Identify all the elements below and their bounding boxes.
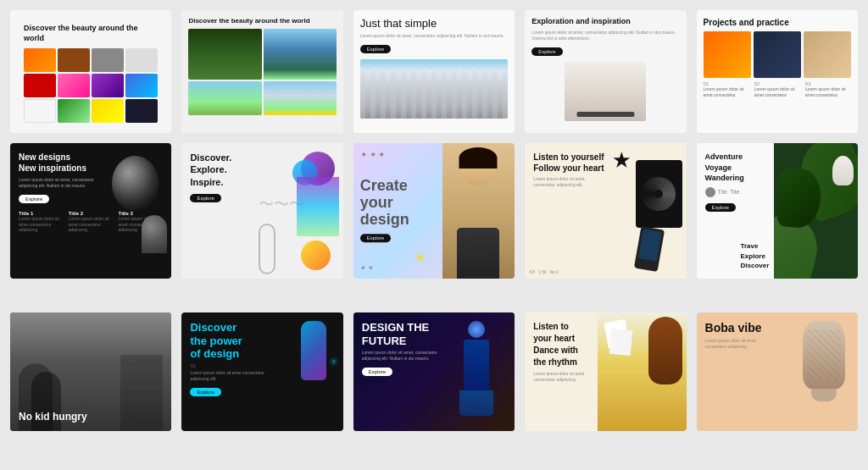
project-col-3: 03 Lorem ipsum dolor sit amet consectetu…	[805, 81, 851, 97]
card-r3c4-sub: Lorem ipsum dolor sit amet consectetur a…	[533, 371, 605, 383]
col-1: Title 1 Lorem ipsum dolor sit amet conse…	[19, 211, 64, 233]
project-img-3	[804, 31, 851, 78]
card-r2c5-btn[interactable]: Explore	[705, 203, 736, 212]
card-r1c1-title: Discover the beauty around the world	[24, 24, 158, 43]
project-img-1	[704, 31, 751, 78]
card-new-designs[interactable]: New designs New inspirations Lorem ipsum…	[10, 143, 171, 279]
swatch-red	[24, 74, 56, 97]
card-boba-vibe[interactable]: Boba vibe Lorem ipsum dolor sit amet con…	[697, 312, 858, 431]
photo-field	[188, 81, 261, 115]
card-listen-yourself[interactable]: Listen to yourself Follow your heart Lor…	[525, 143, 686, 279]
swatch-purple	[92, 74, 124, 97]
stats-row: 4.8 1.5k No.1	[529, 269, 559, 274]
white-vase	[832, 156, 854, 185]
card-r2c1-sub: Lorem ipsum dolor sit amet, consectetur …	[19, 177, 98, 189]
no-kid-hungry-text: No kid hungry	[19, 411, 87, 423]
swatch-grid	[24, 48, 158, 123]
card-discover-beauty-nature[interactable]: Discover the beauty around the world	[181, 10, 342, 133]
boba-vase	[798, 321, 849, 414]
swatch-grey	[92, 48, 124, 72]
card-r2c2-explore-btn[interactable]: Explore	[190, 194, 220, 202]
card-r2c4-sub: Lorem ipsum dolor sit amet, consectetur …	[533, 176, 605, 188]
card-r3c5-sub: Lorem ipsum dolor sit amet consectetur a…	[705, 338, 777, 350]
swatch-brown	[58, 48, 90, 72]
swatch-blue	[125, 74, 158, 97]
card-projects-practice[interactable]: Projects and practice 01 Lorem ipsum dol…	[697, 10, 858, 133]
projects-image-row	[704, 31, 851, 78]
star-icon: ★	[613, 150, 630, 172]
abstract-art: 〜〜〜	[254, 143, 343, 279]
card-r3c2-btn[interactable]: Explore	[190, 388, 220, 396]
photo-forest	[188, 29, 261, 80]
travel-text: Trave Explore Discover	[740, 241, 769, 270]
nature-photo-grid	[188, 29, 336, 115]
card-design-future[interactable]: DESIGN THE FUTURE Lorem ipsum dolor sit …	[353, 312, 515, 431]
arch-photo	[360, 59, 508, 119]
card-discover-beauty-swatches[interactable]: Discover the beauty around the world	[10, 10, 171, 133]
card-adventure[interactable]: Adventure Voyage Wandering Tite Tite Exp…	[697, 143, 858, 279]
swatch-yellow	[92, 99, 124, 123]
swatch-orange	[24, 48, 56, 72]
icon-circle-1	[705, 187, 715, 197]
card-r2c3-btn[interactable]: Explore	[360, 235, 391, 243]
col-2: Title 2 Lorem ipsum dolor sit amet conse…	[69, 211, 114, 233]
swatch-dark	[125, 99, 158, 123]
swatch-pink	[58, 74, 90, 97]
card-r3c3-btn[interactable]: Explore	[362, 368, 392, 376]
card-discover-explore[interactable]: Discover. Explore. Inspire. Explore 〜〜〜	[181, 143, 342, 279]
abstract-3d: ✳	[288, 321, 339, 414]
card-listen-heart[interactable]: Listen to your heart Dance with the rhyt…	[525, 312, 686, 431]
guitar-area	[598, 312, 687, 431]
card-no-kid-hungry[interactable]: No kid hungry	[10, 312, 171, 431]
card-exploration[interactable]: Exploration and inspiration Lorem ipsum …	[525, 10, 686, 133]
photo-lake	[264, 29, 337, 80]
card-r2c1-explore-btn[interactable]: Explore	[19, 195, 49, 203]
card-r1c5-title: Projects and practice	[704, 17, 851, 28]
card-power-design[interactable]: Discover the power of design 01 Lorem ip…	[181, 312, 342, 431]
swatch-white	[24, 99, 56, 123]
arch-decoration	[142, 215, 167, 253]
card-r1c4-btn[interactable]: Explore	[531, 47, 562, 56]
photo-mountain	[264, 81, 337, 115]
phone-decoration	[633, 226, 664, 272]
row-gap	[10, 289, 858, 302]
product-photo	[565, 62, 646, 121]
card-create-design[interactable]: ✦ ✦ ✦ ✦ ✦ Create your design Explore ✳	[353, 143, 515, 279]
sun-decoration: ✳	[415, 250, 426, 266]
projects-cols: 01 Lorem ipsum dolor sit amet consectetu…	[704, 81, 851, 97]
sphere-decoration	[112, 156, 159, 211]
card-r1c4-sub: Lorem ipsum dolor sit amet, consectetur …	[531, 30, 679, 41]
swatch-green	[58, 99, 90, 123]
music-card	[636, 160, 682, 228]
card-r3c2-sub: Lorem ipsum dolor sit amet consectetur a…	[190, 370, 270, 382]
portrait-photo	[442, 143, 515, 279]
project-col-1: 01 Lorem ipsum dolor sit amet consectetu…	[704, 81, 749, 97]
card-just-simple[interactable]: Just that simple Lorem ipsum dolor sit a…	[353, 10, 515, 133]
card-r3c3-content: DESIGN THE FUTURE Lorem ipsum dolor sit …	[362, 321, 506, 377]
card-r1c3-title: Just that simple	[360, 17, 508, 30]
card-r1c3-btn[interactable]: Explore	[360, 45, 391, 53]
card-r1c3-sub: Lorem ipsum dolor sit amet, consectetur …	[360, 33, 508, 39]
project-img-2	[754, 31, 801, 78]
swatch-light	[125, 48, 158, 72]
card-r1c2-title: Discover the beauty around the world	[188, 17, 336, 25]
card-r2c3-text: Create your design Explore	[360, 178, 409, 243]
card-r1c4-title: Exploration and inspiration	[531, 17, 679, 27]
project-col-2: 02 Lorem ipsum dolor sit amet consectetu…	[754, 81, 800, 97]
